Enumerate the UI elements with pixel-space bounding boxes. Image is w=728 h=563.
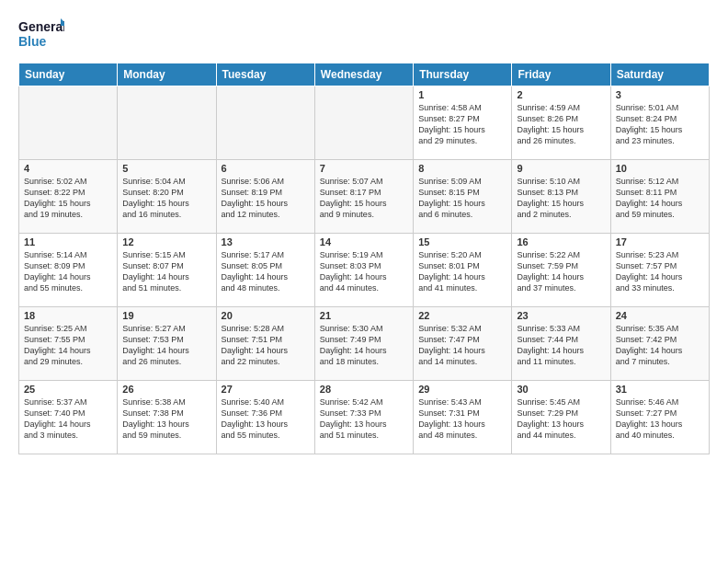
calendar-week-2: 4Sunrise: 5:02 AMSunset: 8:22 PMDaylight…: [19, 160, 710, 234]
cell-content: Sunrise: 5:12 AMSunset: 8:11 PMDaylight:…: [616, 177, 683, 219]
cell-content: Sunrise: 5:33 AMSunset: 7:44 PMDaylight:…: [517, 324, 584, 366]
day-number: 9: [517, 163, 605, 174]
svg-text:Blue: Blue: [18, 34, 47, 49]
calendar-cell: 3Sunrise: 5:01 AMSunset: 8:24 PMDaylight…: [610, 86, 709, 160]
cell-content: Sunrise: 5:19 AMSunset: 8:03 PMDaylight:…: [320, 250, 387, 293]
calendar-week-1: 1Sunrise: 4:58 AMSunset: 8:27 PMDaylight…: [19, 86, 710, 160]
calendar-cell: 18Sunrise: 5:25 AMSunset: 7:55 PMDayligh…: [19, 307, 118, 381]
day-number: 29: [418, 384, 506, 395]
calendar-cell: 2Sunrise: 4:59 AMSunset: 8:26 PMDaylight…: [512, 86, 610, 160]
day-number: 23: [517, 310, 605, 321]
calendar-table: SundayMondayTuesdayWednesdayThursdayFrid…: [18, 63, 710, 454]
calendar-cell: 10Sunrise: 5:12 AMSunset: 8:11 PMDayligh…: [610, 160, 709, 234]
day-number: 16: [517, 236, 605, 247]
day-number: 12: [122, 236, 210, 247]
calendar-cell: 11Sunrise: 5:14 AMSunset: 8:09 PMDayligh…: [19, 234, 118, 307]
cell-content: Sunrise: 5:28 AMSunset: 7:51 PMDaylight:…: [222, 324, 289, 366]
cell-content: Sunrise: 5:25 AMSunset: 7:55 PMDaylight:…: [24, 324, 91, 366]
cell-content: Sunrise: 5:01 AMSunset: 8:24 PMDaylight:…: [616, 103, 683, 145]
calendar-week-5: 25Sunrise: 5:37 AMSunset: 7:40 PMDayligh…: [19, 381, 710, 454]
calendar-cell: 9Sunrise: 5:10 AMSunset: 8:13 PMDaylight…: [512, 160, 610, 234]
calendar-cell: 6Sunrise: 5:06 AMSunset: 8:19 PMDaylight…: [216, 160, 314, 234]
calendar-week-4: 18Sunrise: 5:25 AMSunset: 7:55 PMDayligh…: [19, 307, 710, 381]
weekday-header-row: SundayMondayTuesdayWednesdayThursdayFrid…: [19, 63, 710, 86]
weekday-header-monday: Monday: [118, 63, 216, 86]
cell-content: Sunrise: 5:32 AMSunset: 7:47 PMDaylight:…: [418, 324, 485, 366]
cell-content: Sunrise: 5:46 AMSunset: 7:27 PMDaylight:…: [616, 397, 683, 440]
day-number: 30: [517, 384, 605, 395]
day-number: 14: [320, 236, 408, 247]
cell-content: Sunrise: 5:37 AMSunset: 7:40 PMDaylight:…: [24, 397, 91, 440]
cell-content: Sunrise: 5:06 AMSunset: 8:19 PMDaylight:…: [222, 177, 289, 219]
calendar-cell: 19Sunrise: 5:27 AMSunset: 7:53 PMDayligh…: [118, 307, 216, 381]
calendar-cell: [314, 86, 413, 160]
calendar-cell: 29Sunrise: 5:43 AMSunset: 7:31 PMDayligh…: [414, 381, 512, 454]
calendar-cell: [118, 86, 216, 160]
day-number: 4: [24, 163, 112, 174]
calendar-cell: 14Sunrise: 5:19 AMSunset: 8:03 PMDayligh…: [314, 234, 413, 307]
weekday-header-saturday: Saturday: [610, 63, 709, 86]
calendar-body: 1Sunrise: 4:58 AMSunset: 8:27 PMDaylight…: [19, 86, 710, 454]
day-number: 2: [517, 89, 605, 100]
cell-content: Sunrise: 5:38 AMSunset: 7:38 PMDaylight:…: [122, 397, 189, 440]
calendar-cell: 5Sunrise: 5:04 AMSunset: 8:20 PMDaylight…: [118, 160, 216, 234]
day-number: 15: [418, 236, 506, 247]
day-number: 20: [222, 310, 310, 321]
page: General Blue SundayMondayTuesdayWednesda…: [0, 0, 728, 563]
svg-text:General: General: [18, 19, 64, 34]
cell-content: Sunrise: 5:14 AMSunset: 8:09 PMDaylight:…: [24, 250, 91, 293]
calendar-cell: 26Sunrise: 5:38 AMSunset: 7:38 PMDayligh…: [118, 381, 216, 454]
cell-content: Sunrise: 5:42 AMSunset: 7:33 PMDaylight:…: [320, 397, 387, 440]
calendar-cell: 13Sunrise: 5:17 AMSunset: 8:05 PMDayligh…: [216, 234, 314, 307]
calendar-cell: 7Sunrise: 5:07 AMSunset: 8:17 PMDaylight…: [314, 160, 413, 234]
day-number: 5: [122, 163, 210, 174]
calendar-week-3: 11Sunrise: 5:14 AMSunset: 8:09 PMDayligh…: [19, 234, 710, 307]
weekday-header-sunday: Sunday: [19, 63, 118, 86]
day-number: 8: [418, 163, 506, 174]
weekday-header-tuesday: Tuesday: [216, 63, 314, 86]
cell-content: Sunrise: 5:10 AMSunset: 8:13 PMDaylight:…: [517, 177, 584, 219]
calendar-cell: 22Sunrise: 5:32 AMSunset: 7:47 PMDayligh…: [414, 307, 512, 381]
day-number: 7: [320, 163, 408, 174]
day-number: 25: [24, 384, 112, 395]
weekday-header-thursday: Thursday: [414, 63, 512, 86]
calendar-cell: [216, 86, 314, 160]
day-number: 21: [320, 310, 408, 321]
day-number: 3: [616, 89, 704, 100]
cell-content: Sunrise: 4:59 AMSunset: 8:26 PMDaylight:…: [517, 103, 584, 145]
calendar-cell: [19, 86, 118, 160]
calendar-cell: 8Sunrise: 5:09 AMSunset: 8:15 PMDaylight…: [414, 160, 512, 234]
cell-content: Sunrise: 5:20 AMSunset: 8:01 PMDaylight:…: [418, 250, 485, 293]
weekday-header-wednesday: Wednesday: [314, 63, 413, 86]
calendar-cell: 20Sunrise: 5:28 AMSunset: 7:51 PMDayligh…: [216, 307, 314, 381]
day-number: 31: [616, 384, 704, 395]
cell-content: Sunrise: 4:58 AMSunset: 8:27 PMDaylight:…: [418, 103, 485, 145]
weekday-header-friday: Friday: [512, 63, 610, 86]
day-number: 26: [122, 384, 210, 395]
calendar-cell: 27Sunrise: 5:40 AMSunset: 7:36 PMDayligh…: [216, 381, 314, 454]
day-number: 13: [222, 236, 310, 247]
day-number: 17: [616, 236, 704, 247]
day-number: 19: [122, 310, 210, 321]
day-number: 24: [616, 310, 704, 321]
cell-content: Sunrise: 5:27 AMSunset: 7:53 PMDaylight:…: [122, 324, 189, 366]
cell-content: Sunrise: 5:09 AMSunset: 8:15 PMDaylight:…: [418, 177, 485, 219]
calendar-cell: 15Sunrise: 5:20 AMSunset: 8:01 PMDayligh…: [414, 234, 512, 307]
cell-content: Sunrise: 5:23 AMSunset: 7:57 PMDaylight:…: [616, 250, 683, 293]
cell-content: Sunrise: 5:04 AMSunset: 8:20 PMDaylight:…: [122, 177, 189, 219]
cell-content: Sunrise: 5:07 AMSunset: 8:17 PMDaylight:…: [320, 177, 387, 219]
calendar-cell: 23Sunrise: 5:33 AMSunset: 7:44 PMDayligh…: [512, 307, 610, 381]
logo-svg: General Blue: [18, 15, 64, 53]
calendar-cell: 1Sunrise: 4:58 AMSunset: 8:27 PMDaylight…: [414, 86, 512, 160]
calendar-cell: 25Sunrise: 5:37 AMSunset: 7:40 PMDayligh…: [19, 381, 118, 454]
day-number: 11: [24, 236, 112, 247]
cell-content: Sunrise: 5:35 AMSunset: 7:42 PMDaylight:…: [616, 324, 683, 366]
calendar-cell: 21Sunrise: 5:30 AMSunset: 7:49 PMDayligh…: [314, 307, 413, 381]
cell-content: Sunrise: 5:15 AMSunset: 8:07 PMDaylight:…: [122, 250, 189, 293]
day-number: 27: [222, 384, 310, 395]
calendar-cell: 28Sunrise: 5:42 AMSunset: 7:33 PMDayligh…: [314, 381, 413, 454]
calendar-cell: 16Sunrise: 5:22 AMSunset: 7:59 PMDayligh…: [512, 234, 610, 307]
cell-content: Sunrise: 5:45 AMSunset: 7:29 PMDaylight:…: [517, 397, 584, 440]
calendar-cell: 31Sunrise: 5:46 AMSunset: 7:27 PMDayligh…: [610, 381, 709, 454]
calendar-cell: 4Sunrise: 5:02 AMSunset: 8:22 PMDaylight…: [19, 160, 118, 234]
